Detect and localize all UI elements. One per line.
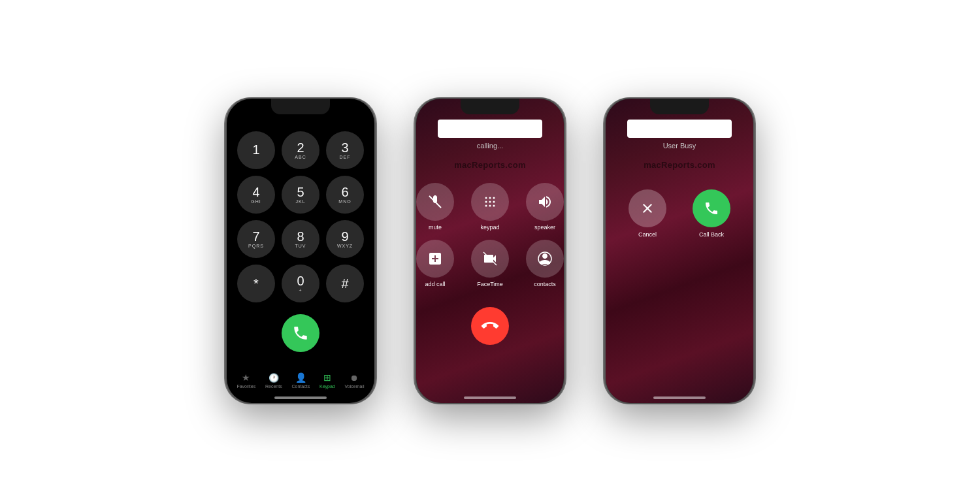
facetime-button[interactable]: FaceTime xyxy=(467,240,513,287)
contacts-label: contacts xyxy=(534,281,556,287)
phone-busy: User Busy macReports.com Cancel xyxy=(604,97,755,404)
phone-calling: calling... macReports.com mute xyxy=(415,97,565,404)
contacts-button[interactable]: contacts xyxy=(522,240,564,287)
busy-screen: User Busy macReports.com Cancel xyxy=(606,99,753,403)
dial-5[interactable]: 5JKL xyxy=(282,176,319,214)
tab-bar: ★ Favorites 🕐 Recents 👤 Contacts ⊞ Keypa… xyxy=(227,372,374,394)
dial-2[interactable]: 2ABC xyxy=(282,131,319,169)
call-button[interactable] xyxy=(282,314,319,352)
keypad-label: keypad xyxy=(480,224,499,231)
dial-star[interactable]: * xyxy=(237,265,275,302)
contacts-icon xyxy=(537,251,553,267)
dialpad-grid: 1 2ABC 3DEF 4GHI 5JKL 6MNO 7PQRS 8TUV 9W… xyxy=(237,131,364,302)
busy-caller-name-bar xyxy=(627,120,732,138)
dial-7[interactable]: 7PQRS xyxy=(237,220,275,258)
add-call-circle xyxy=(416,240,454,278)
tab-voicemail[interactable]: ⏺ Voicemail xyxy=(345,373,365,389)
svg-point-6 xyxy=(493,201,495,202)
call-controls: mute xyxy=(416,183,564,287)
callback-label: Call Back xyxy=(699,231,724,238)
home-indicator-3 xyxy=(653,396,706,399)
home-indicator-2 xyxy=(464,396,516,399)
keypad-circle xyxy=(471,183,509,221)
add-call-button[interactable]: add call xyxy=(416,240,458,287)
watermark-3: macReports.com xyxy=(644,160,715,170)
dial-6[interactable]: 6MNO xyxy=(326,176,364,214)
phones-container: 1 2ABC 3DEF 4GHI 5JKL 6MNO 7PQRS 8TUV 9W… xyxy=(0,84,980,417)
svg-point-3 xyxy=(493,197,495,199)
svg-point-9 xyxy=(493,204,495,206)
speaker-button[interactable]: speaker xyxy=(522,183,564,231)
cancel-icon xyxy=(640,201,655,216)
cancel-label: Cancel xyxy=(638,231,657,238)
calling-status: calling... xyxy=(477,142,503,150)
add-icon xyxy=(427,251,443,267)
side-button-right-2 xyxy=(564,151,565,184)
dial-4[interactable]: 4GHI xyxy=(237,176,275,214)
dial-9[interactable]: 9WXYZ xyxy=(326,220,364,258)
contacts-circle xyxy=(526,240,564,278)
facetime-label: FaceTime xyxy=(477,281,503,287)
mute-icon xyxy=(427,194,443,210)
dial-8[interactable]: 8TUV xyxy=(282,220,319,258)
cancel-circle xyxy=(629,189,666,227)
phone-keypad: 1 2ABC 3DEF 4GHI 5JKL 6MNO 7PQRS 8TUV 9W… xyxy=(225,97,376,404)
mute-button[interactable]: mute xyxy=(416,183,458,231)
end-call-icon xyxy=(482,317,498,334)
mute-circle xyxy=(416,183,454,221)
svg-point-5 xyxy=(489,201,491,202)
caller-name-bar xyxy=(438,120,542,138)
tab-recents[interactable]: 🕐 Recents xyxy=(265,373,282,389)
tab-keypad[interactable]: ⊞ Keypad xyxy=(319,372,335,389)
tab-favorites[interactable]: ★ Favorites xyxy=(237,372,255,389)
svg-point-4 xyxy=(485,201,487,202)
facetime-circle xyxy=(471,240,509,278)
speaker-icon xyxy=(537,194,553,210)
callback-circle xyxy=(693,189,730,227)
home-indicator xyxy=(274,396,327,399)
add-call-label: add call xyxy=(425,281,445,287)
dial-hash[interactable]: # xyxy=(326,265,364,302)
watermark-2: macReports.com xyxy=(454,160,526,170)
keypad-screen: 1 2ABC 3DEF 4GHI 5JKL 6MNO 7PQRS 8TUV 9W… xyxy=(227,99,374,403)
keypad-button[interactable]: keypad xyxy=(467,183,513,231)
dial-0[interactable]: 0+ xyxy=(282,265,319,302)
speaker-label: speaker xyxy=(534,224,555,231)
side-button-right xyxy=(374,151,376,184)
svg-point-2 xyxy=(489,197,491,199)
calling-screen: calling... macReports.com mute xyxy=(416,99,564,403)
callback-button[interactable]: Call Back xyxy=(693,189,730,238)
dial-3[interactable]: 3DEF xyxy=(326,131,364,169)
keypad-icon xyxy=(482,194,498,210)
callback-icon xyxy=(704,201,719,216)
cancel-button[interactable]: Cancel xyxy=(629,189,666,238)
busy-actions: Cancel Call Back xyxy=(629,189,730,238)
tab-contacts[interactable]: 👤 Contacts xyxy=(292,372,310,389)
speaker-circle xyxy=(526,183,564,221)
dial-1[interactable]: 1 xyxy=(237,131,275,169)
busy-status-text: User Busy xyxy=(663,142,696,150)
side-button-right-3 xyxy=(753,151,755,184)
svg-point-8 xyxy=(489,204,491,206)
phone-icon xyxy=(292,325,309,342)
facetime-icon xyxy=(482,251,498,267)
svg-point-7 xyxy=(485,204,487,206)
mute-label: mute xyxy=(429,224,442,231)
svg-point-1 xyxy=(485,197,487,199)
end-call-button[interactable] xyxy=(471,307,509,345)
